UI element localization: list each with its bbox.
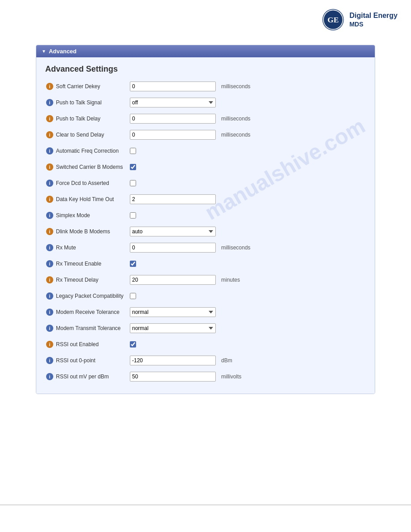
select-dlink_mode_b_modems[interactable]: autoonoff (130, 227, 216, 236)
row-label-force_dcd_to_asserted: Force Dcd to Asserted (56, 180, 130, 186)
form-row-data_key_hold_time_out: iData Key Hold Time Out (45, 193, 366, 206)
input-push_to_talk_delay[interactable] (130, 114, 216, 124)
info-icon-rssi_out_mv_per_dbm[interactable]: i (46, 373, 53, 380)
row-control-automatic_freq_correction (130, 148, 136, 154)
logo-container: GE Digital Energy MDS (321, 8, 398, 31)
form-row-force_dcd_to_asserted: iForce Dcd to Asserted (45, 177, 366, 189)
unit-soft_carrier_dekey: milliseconds (221, 83, 250, 90)
input-rssi_out_mv_per_dbm[interactable] (130, 372, 216, 382)
input-rssi_out_0_point[interactable] (130, 356, 216, 365)
row-control-switched_carrier_b_modems (130, 164, 136, 170)
checkbox-legacy_packet_compatibility[interactable] (130, 293, 136, 299)
form-row-modem_transmit_tolerance: iModem Transmit Tolerancenormalhighlow (45, 322, 366, 335)
row-control-simplex_mode (130, 212, 136, 219)
row-icon-force_dcd_to_asserted[interactable]: i (45, 180, 54, 187)
unit-rssi_out_mv_per_dbm: millivolts (221, 373, 241, 380)
row-control-soft_carrier_dekey: milliseconds (130, 82, 250, 91)
row-control-rssi_out_0_point: dBm (130, 356, 232, 365)
advanced-panel: ▼ Advanced Advanced Settings iSoft Carri… (36, 45, 375, 394)
checkbox-switched_carrier_b_modems[interactable] (130, 164, 136, 170)
form-row-clear_to_send_delay: iClear to Send Delaymilliseconds (45, 129, 366, 141)
unit-clear_to_send_delay: milliseconds (221, 132, 250, 138)
row-icon-push_to_talk_delay[interactable]: i (45, 115, 54, 122)
row-control-rx_mute: milliseconds (130, 243, 250, 253)
info-icon-rx_timeout_delay[interactable]: i (46, 276, 53, 283)
row-icon-rx_timeout_delay[interactable]: i (45, 276, 54, 283)
info-icon-dlink_mode_b_modems[interactable]: i (46, 228, 53, 235)
row-icon-rssi_out_mv_per_dbm[interactable]: i (45, 373, 54, 380)
info-icon-force_dcd_to_asserted[interactable]: i (46, 180, 53, 187)
form-row-simplex_mode: iSimplex Mode (45, 209, 366, 222)
ge-logo-icon: GE (321, 8, 345, 31)
info-icon-legacy_packet_compatibility[interactable]: i (46, 292, 53, 300)
info-icon-rssi_out_0_point[interactable]: i (46, 357, 53, 364)
panel-header[interactable]: ▼ Advanced (36, 45, 375, 57)
form-row-rx_mute: iRx Mutemilliseconds (45, 241, 366, 254)
row-icon-clear_to_send_delay[interactable]: i (45, 131, 54, 138)
unit-rx_timeout_delay: minutes (221, 277, 240, 283)
row-control-modem_transmit_tolerance: normalhighlow (130, 323, 216, 333)
row-icon-dlink_mode_b_modems[interactable]: i (45, 228, 54, 235)
input-rx_mute[interactable] (130, 243, 216, 253)
select-push_to_talk_signal[interactable]: offon (130, 98, 216, 107)
row-label-clear_to_send_delay: Clear to Send Delay (56, 132, 130, 138)
info-icon-clear_to_send_delay[interactable]: i (46, 131, 53, 138)
input-clear_to_send_delay[interactable] (130, 130, 216, 140)
main-content: ▼ Advanced Advanced Settings iSoft Carri… (0, 36, 411, 403)
info-icon-rx_mute[interactable]: i (46, 244, 53, 251)
row-icon-rx_timeout_enable[interactable]: i (45, 260, 54, 267)
info-icon-automatic_freq_correction[interactable]: i (46, 147, 53, 154)
checkbox-rx_timeout_enable[interactable] (130, 261, 136, 267)
info-icon-simplex_mode[interactable]: i (46, 212, 53, 219)
header: GE Digital Energy MDS (0, 0, 411, 36)
row-control-dlink_mode_b_modems: autoonoff (130, 227, 216, 236)
checkbox-simplex_mode[interactable] (130, 212, 136, 219)
row-label-rx_timeout_enable: Rx Timeout Enable (56, 261, 130, 267)
unit-rssi_out_0_point: dBm (221, 357, 232, 364)
checkbox-rssi_out_enabled[interactable] (130, 341, 136, 348)
info-icon-push_to_talk_delay[interactable]: i (46, 115, 53, 122)
row-icon-legacy_packet_compatibility[interactable]: i (45, 292, 54, 300)
row-label-automatic_freq_correction: Automatic Freq Correction (56, 148, 130, 154)
row-icon-switched_carrier_b_modems[interactable]: i (45, 163, 54, 171)
info-icon-data_key_hold_time_out[interactable]: i (46, 196, 53, 203)
form-row-rssi_out_enabled: iRSSI out Enabled (45, 338, 366, 351)
form-row-dlink_mode_b_modems: iDlink Mode B Modemsautoonoff (45, 225, 366, 238)
info-icon-push_to_talk_signal[interactable]: i (46, 99, 53, 106)
footer-line (0, 505, 411, 505)
checkbox-force_dcd_to_asserted[interactable] (130, 180, 136, 186)
info-icon-rx_timeout_enable[interactable]: i (46, 260, 53, 267)
info-icon-rssi_out_enabled[interactable]: i (46, 341, 53, 348)
select-modem_receive_tolerance[interactable]: normalhighlow (130, 307, 216, 317)
row-icon-rssi_out_0_point[interactable]: i (45, 357, 54, 364)
info-icon-modem_receive_tolerance[interactable]: i (46, 309, 53, 316)
select-modem_transmit_tolerance[interactable]: normalhighlow (130, 323, 216, 333)
row-label-rssi_out_0_point: RSSI out 0-point (56, 357, 130, 364)
form-row-rssi_out_0_point: iRSSI out 0-pointdBm (45, 354, 366, 367)
input-soft_carrier_dekey[interactable] (130, 82, 216, 91)
info-icon-switched_carrier_b_modems[interactable]: i (46, 163, 53, 171)
info-icon-modem_transmit_tolerance[interactable]: i (46, 325, 53, 332)
row-icon-rssi_out_enabled[interactable]: i (45, 341, 54, 348)
row-icon-push_to_talk_signal[interactable]: i (45, 99, 54, 106)
row-icon-data_key_hold_time_out[interactable]: i (45, 196, 54, 203)
row-icon-simplex_mode[interactable]: i (45, 212, 54, 219)
unit-push_to_talk_delay: milliseconds (221, 116, 250, 122)
input-data_key_hold_time_out[interactable] (130, 194, 216, 204)
input-rx_timeout_delay[interactable] (130, 275, 216, 285)
row-icon-rx_mute[interactable]: i (45, 244, 54, 251)
form-rows-container: iSoft Carrier DekeymillisecondsiPush to … (45, 80, 366, 383)
row-icon-automatic_freq_correction[interactable]: i (45, 147, 54, 154)
row-icon-soft_carrier_dekey[interactable]: i (45, 83, 54, 90)
brand-name: Digital Energy (349, 11, 398, 21)
brand-sub: MDS (349, 20, 398, 28)
row-control-rssi_out_enabled (130, 341, 136, 348)
form-row-modem_receive_tolerance: iModem Receive Tolerancenormalhighlow (45, 306, 366, 318)
row-control-data_key_hold_time_out (130, 194, 216, 204)
info-icon-soft_carrier_dekey[interactable]: i (46, 83, 53, 90)
row-icon-modem_transmit_tolerance[interactable]: i (45, 325, 54, 332)
row-icon-modem_receive_tolerance[interactable]: i (45, 309, 54, 316)
checkbox-automatic_freq_correction[interactable] (130, 148, 136, 154)
row-label-rx_timeout_delay: Rx Timeout Delay (56, 277, 130, 283)
form-row-push_to_talk_signal: iPush to Talk Signaloffon (45, 96, 366, 109)
